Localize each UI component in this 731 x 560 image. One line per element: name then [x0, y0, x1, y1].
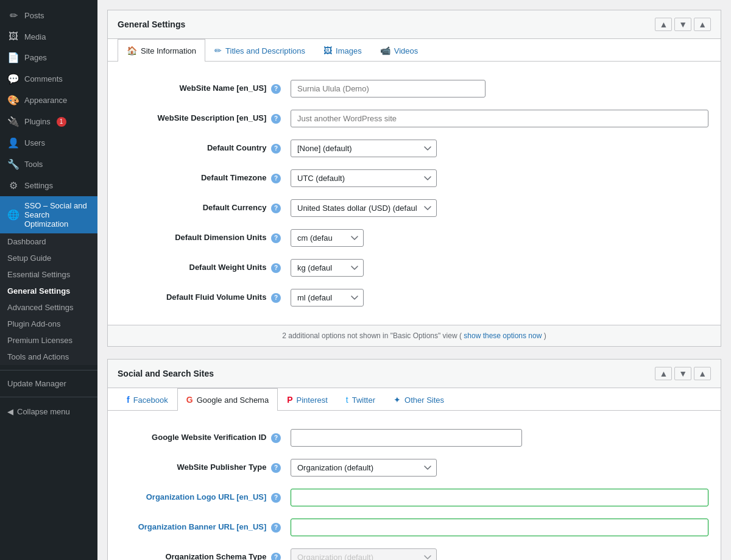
submenu-item-plugin-add-ons[interactable]: Plugin Add-ons: [0, 316, 97, 332]
sidebar-item-pages[interactable]: 📄 Pages: [0, 47, 97, 68]
main-content: General Settings ▲ ▼ ▲ 🏠 Site Informatio…: [97, 0, 731, 560]
sidebar-item-media[interactable]: 🖼 Media: [0, 26, 97, 47]
tab-google[interactable]: G Google and Schema: [177, 388, 278, 411]
default-dimension-help-icon[interactable]: ?: [271, 233, 281, 243]
default-country-select[interactable]: [None] (default) United States United Ki…: [291, 140, 437, 157]
settings-icon: ⚙: [7, 180, 19, 191]
sidebar-item-appearance[interactable]: 🎨 Appearance: [0, 90, 97, 111]
publisher-type-field: Organization (default) Person: [291, 459, 708, 477]
sidebar-item-posts[interactable]: ✏ Posts: [0, 5, 97, 26]
website-name-field: [291, 80, 708, 97]
sidebar-item-label: Comments: [24, 74, 63, 83]
org-schema-help-icon[interactable]: ?: [271, 553, 281, 560]
default-currency-label: Default Currency ?: [120, 203, 291, 213]
default-dimension-field: cm (defau in (default): [291, 229, 708, 247]
google-verification-label: Google Website Verification ID ?: [120, 433, 291, 443]
videos-tab-icon: 📹: [380, 46, 390, 55]
default-timezone-select[interactable]: UTC (default) America/New_York Europe/Lo…: [291, 169, 437, 187]
org-logo-input[interactable]: [291, 489, 708, 506]
tab-videos[interactable]: 📹 Videos: [371, 39, 428, 62]
tab-pinterest[interactable]: P Pinterest: [278, 388, 337, 411]
publisher-type-help-icon[interactable]: ?: [271, 463, 281, 473]
collapse-icon: ◀: [7, 407, 13, 416]
publisher-type-row: WebSite Publisher Type ? Organization (d…: [108, 453, 721, 483]
tools-icon: 🔧: [7, 158, 19, 170]
site-info-tab-icon: 🏠: [127, 46, 137, 55]
social-panel-down-button[interactable]: ▼: [674, 367, 691, 380]
website-description-input[interactable]: [291, 110, 708, 127]
panel-collapse-up-button[interactable]: ▲: [655, 18, 672, 31]
panel-minimize-button[interactable]: ▲: [694, 18, 711, 31]
sidebar-item-label: Appearance: [24, 96, 67, 105]
tab-site-information-label: Site Information: [141, 46, 196, 55]
website-description-field: [291, 110, 708, 127]
plugins-icon: 🔌: [7, 116, 19, 127]
tab-titles-descriptions[interactable]: ✏ Titles and Descriptions: [205, 39, 314, 62]
submenu-item-premium-licenses[interactable]: Premium Licenses: [0, 332, 97, 349]
additional-options-bar: 2 additional options not shown in "Basic…: [108, 325, 721, 346]
default-timezone-label: Default Timezone ?: [120, 173, 291, 183]
org-logo-row: Organization Logo URL [en_US] ?: [108, 483, 721, 512]
google-verification-input[interactable]: [291, 429, 522, 447]
default-currency-help-icon[interactable]: ?: [271, 204, 281, 213]
org-banner-help-icon[interactable]: ?: [271, 523, 281, 533]
default-fluid-help-icon[interactable]: ?: [271, 293, 281, 303]
submenu-item-dashboard[interactable]: Dashboard: [0, 233, 97, 250]
tab-site-information[interactable]: 🏠 Site Information: [118, 39, 205, 62]
social-panel-controls: ▲ ▼ ▲: [655, 367, 711, 380]
default-weight-help-icon[interactable]: ?: [271, 263, 281, 273]
tab-videos-label: Videos: [394, 46, 418, 55]
tab-facebook[interactable]: f Facebook: [118, 388, 177, 411]
panel-collapse-down-button[interactable]: ▼: [674, 18, 691, 31]
sidebar-item-sso[interactable]: 🌐 SSO – Social and Search Optimization: [0, 196, 97, 233]
website-name-help-icon[interactable]: ?: [271, 84, 281, 94]
default-country-help-icon[interactable]: ?: [271, 144, 281, 154]
sidebar-item-settings[interactable]: ⚙ Settings: [0, 175, 97, 196]
org-banner-link[interactable]: Organization Banner URL [en_US]: [138, 522, 267, 531]
org-logo-help-icon[interactable]: ?: [271, 493, 281, 503]
org-schema-row: Organization Schema Type ? Organization …: [108, 542, 721, 560]
social-panel-up-button[interactable]: ▲: [655, 367, 672, 380]
sidebar-item-plugins[interactable]: 🔌 Plugins 1: [0, 111, 97, 132]
default-weight-select[interactable]: kg (defaul lbs (default): [291, 259, 364, 277]
google-verification-help-icon[interactable]: ?: [271, 433, 281, 443]
website-description-help-icon[interactable]: ?: [271, 114, 281, 124]
default-country-field: [None] (default) United States United Ki…: [291, 140, 708, 157]
tab-google-label: Google and Schema: [197, 395, 269, 405]
default-dimension-select[interactable]: cm (defau in (default): [291, 229, 364, 247]
default-currency-select[interactable]: United States dollar (USD) (defaul Euro …: [291, 199, 437, 217]
collapse-menu-button[interactable]: ◀ Collapse menu: [0, 402, 97, 421]
default-timezone-help-icon[interactable]: ?: [271, 174, 281, 183]
sidebar-item-tools[interactable]: 🔧 Tools: [0, 154, 97, 175]
sidebar-divider: [0, 370, 97, 370]
org-banner-label: Organization Banner URL [en_US] ?: [120, 522, 291, 533]
default-currency-field: United States dollar (USD) (defaul Euro …: [291, 199, 708, 217]
org-schema-select[interactable]: Organization (default) LocalBusiness: [291, 548, 437, 560]
appearance-icon: 🎨: [7, 94, 19, 106]
update-manager-item[interactable]: Update Manager: [0, 375, 97, 392]
show-options-link[interactable]: show these options now: [464, 331, 542, 340]
tab-other-sites[interactable]: ✦ Other Sites: [384, 388, 453, 411]
pages-icon: 📄: [7, 52, 19, 63]
org-logo-field: [291, 489, 708, 506]
default-fluid-row: Default Fluid Volume Units ? ml (defaul …: [108, 283, 721, 313]
tab-images[interactable]: 🖼 Images: [314, 39, 371, 62]
default-fluid-select[interactable]: ml (defaul fl oz (default): [291, 289, 364, 307]
org-logo-link[interactable]: Organization Logo URL [en_US]: [146, 492, 267, 502]
website-description-row: WebSite Description [en_US] ?: [108, 104, 721, 133]
submenu-item-advanced-settings[interactable]: Advanced Settings: [0, 299, 97, 316]
social-panel-minimize-button[interactable]: ▲: [694, 367, 711, 380]
org-banner-input[interactable]: [291, 519, 708, 536]
publisher-type-select[interactable]: Organization (default) Person: [291, 459, 437, 477]
sidebar-item-users[interactable]: 👤 Users: [0, 132, 97, 154]
submenu-item-essential-settings[interactable]: Essential Settings: [0, 266, 97, 283]
website-name-input[interactable]: [291, 80, 486, 97]
submenu-item-general-settings[interactable]: General Settings: [0, 283, 97, 299]
org-logo-label: Organization Logo URL [en_US] ?: [120, 492, 291, 503]
tab-twitter[interactable]: t Twitter: [337, 388, 384, 411]
comments-icon: 💬: [7, 73, 19, 85]
sidebar-item-comments[interactable]: 💬 Comments: [0, 68, 97, 90]
submenu-item-setup-guide[interactable]: Setup Guide: [0, 250, 97, 266]
submenu-item-tools-and-actions[interactable]: Tools and Actions: [0, 349, 97, 365]
website-description-label: WebSite Description [en_US] ?: [120, 113, 291, 124]
